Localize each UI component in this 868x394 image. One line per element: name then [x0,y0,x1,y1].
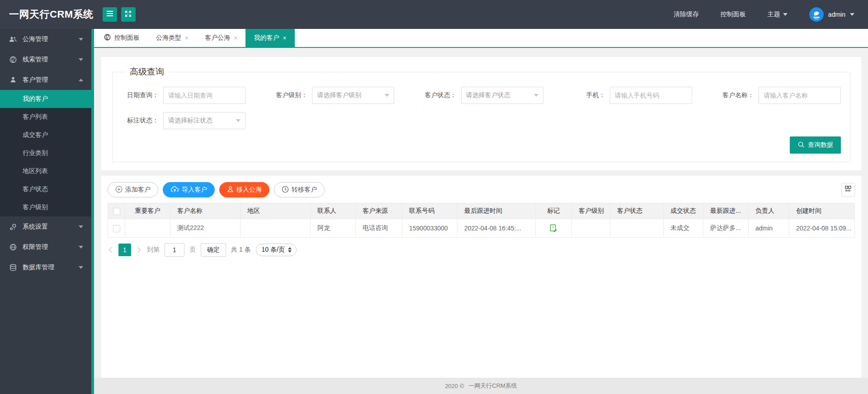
select-all-checkbox[interactable] [113,208,120,215]
move-to-sea-button[interactable]: 移入公海 [219,182,269,197]
select-placeholder: 请选择客户状态 [466,91,510,99]
sidebar-item-database[interactable]: 数据库管理 [0,257,91,277]
cell-created: 2022-04-08 15:09... [789,219,855,238]
cell-latest-follow: 萨达萨多... [703,219,749,238]
chevron-down-icon [534,94,538,97]
goto-suffix-label: 页 [189,246,196,254]
cell-customer-name: 测试2222 [170,219,241,238]
search-icon [797,141,805,150]
sidebar-item-customers[interactable]: 客户管理 [0,70,91,90]
customer-level-label: 客户级别： [270,91,307,99]
mark-status-label: 标注状态： [122,117,159,125]
table-toolbar: 添加客户 导入客户 移入公海 [108,182,855,197]
subitem-label: 客户列表 [23,113,48,121]
col-latest-follow: 最新跟进... [703,203,749,219]
customer-status-label: 客户状态： [420,91,457,99]
cell-region [241,219,311,238]
close-icon[interactable] [185,35,189,41]
cell-level [572,219,610,238]
cell-source: 电话咨询 [356,219,402,238]
theme-dropdown[interactable]: 主题 [768,10,788,19]
move-to-sea-label: 移入公海 [236,186,262,194]
customer-name-label: 客户名称： [717,91,754,99]
col-source: 客户来源 [356,203,402,219]
cell-contact: 阿龙 [311,219,356,238]
cell-important [125,219,170,238]
sidebar-item-system-settings[interactable]: 系统设置 [0,216,91,237]
sidebar-subitem-customer-list[interactable]: 客户列表 [0,108,91,126]
question-edit-icon[interactable]: ? [549,224,558,233]
cell-phone: 15900033000 [402,219,458,238]
collapse-sidebar-button[interactable] [103,7,117,22]
import-customer-button[interactable]: 导入客户 [163,182,215,197]
customer-name-input[interactable] [759,87,841,104]
col-level: 客户级别 [572,203,610,219]
tab-customer-sea[interactable]: 客户公海 [197,29,245,47]
col-owner: 负责人 [749,203,789,219]
tab-my-customers[interactable]: 我的客户 [245,29,294,47]
sidebar-subitem-my-customers[interactable]: 我的客户 [0,90,91,108]
sidebar-subitem-region-list[interactable]: 地区列表 [0,162,91,180]
control-panel-link[interactable]: 控制面板 [721,10,746,19]
tab-sea-type[interactable]: 公海类型 [148,29,197,47]
next-page-button[interactable] [136,247,142,253]
sidebar-subitem-industry-category[interactable]: 行业类别 [0,144,91,162]
chevron-down-icon [236,119,241,122]
close-icon[interactable] [234,35,237,41]
subitem-label: 成交客户 [23,131,48,139]
confirm-page-button[interactable]: 确定 [201,243,226,257]
tab-bar: 控制面板 公海类型 客户公海 我的客户 [94,29,868,48]
mark-status-select[interactable]: 请选择标注状态 [163,112,245,129]
sidebar-item-permissions[interactable]: 权限管理 [0,237,91,257]
sidebar-item-label: 线索管理 [23,56,48,64]
search-data-button[interactable]: 查询数据 [790,136,841,154]
close-icon[interactable] [283,35,286,41]
add-customer-button[interactable]: 添加客户 [108,182,158,197]
chevron-down-icon [79,38,83,41]
subitem-label: 客户级别 [23,203,48,211]
tab-label: 客户公海 [205,34,230,42]
user-icon [9,76,17,83]
phone-input[interactable] [610,87,692,104]
select-placeholder: 请选择客户级别 [317,91,361,99]
sidebar-item-leads[interactable]: 线索管理 [0,49,91,70]
col-region: 地区 [241,203,311,219]
prev-page-button[interactable] [108,247,113,253]
row-checkbox[interactable] [113,225,120,232]
avatar[interactable] [809,7,824,22]
clock-icon [282,186,289,194]
globe-icon [104,34,111,42]
advanced-query-fieldset: 高级查询 日期查询： 客户级别： 请选择客户级别 [112,66,850,162]
person-icon [227,186,234,194]
clear-cache-label: 清除缓存 [674,10,699,19]
date-query-input[interactable] [163,87,245,104]
sidebar-subitem-customer-status[interactable]: 客户状态 [0,180,91,198]
table-row: 测试2222 阿龙 电话咨询 15900033000 2022-04-08 16… [108,219,855,238]
page-number-button[interactable]: 1 [118,244,131,256]
customer-status-select[interactable]: 请选择客户状态 [461,87,543,104]
user-menu[interactable]: admin [809,7,854,22]
customer-level-select[interactable]: 请选择客户级别 [312,87,394,104]
fullscreen-button[interactable] [121,7,136,22]
sidebar-item-public-sea[interactable]: 公海管理 [0,29,91,49]
select-placeholder: 请选择标注状态 [168,117,212,125]
goto-page-input[interactable] [165,243,184,257]
clear-cache-link[interactable]: 清除缓存 [674,10,699,19]
sidebar-subitem-closed-customers[interactable]: 成交客户 [0,126,91,144]
fullscreen-icon [125,10,132,19]
customers-submenu: 我的客户 客户列表 成交客户 行业类别 地区列表 客户状态 客户级别 [0,90,91,216]
column-toggle-button[interactable] [841,183,855,197]
date-query-label: 日期查询： [122,91,159,99]
import-customer-label: 导入客户 [182,186,207,194]
pagination: 1 到第 页 确定 共 1 条 10 条/页 [108,243,855,257]
app-logo: 一网天行CRM系统 [0,8,94,21]
tab-label: 我的客户 [254,34,279,42]
tab-control-panel[interactable]: 控制面板 [96,29,148,47]
sidebar-subitem-customer-level[interactable]: 客户级别 [0,198,91,216]
up-down-arrows-icon [288,247,292,253]
subitem-label: 客户状态 [23,185,48,193]
sidebar-item-label: 数据库管理 [23,263,54,272]
theme-label: 主题 [768,10,780,19]
page-size-select[interactable]: 10 条/页 [256,244,297,256]
transfer-customer-button[interactable]: 转移客户 [274,182,325,197]
